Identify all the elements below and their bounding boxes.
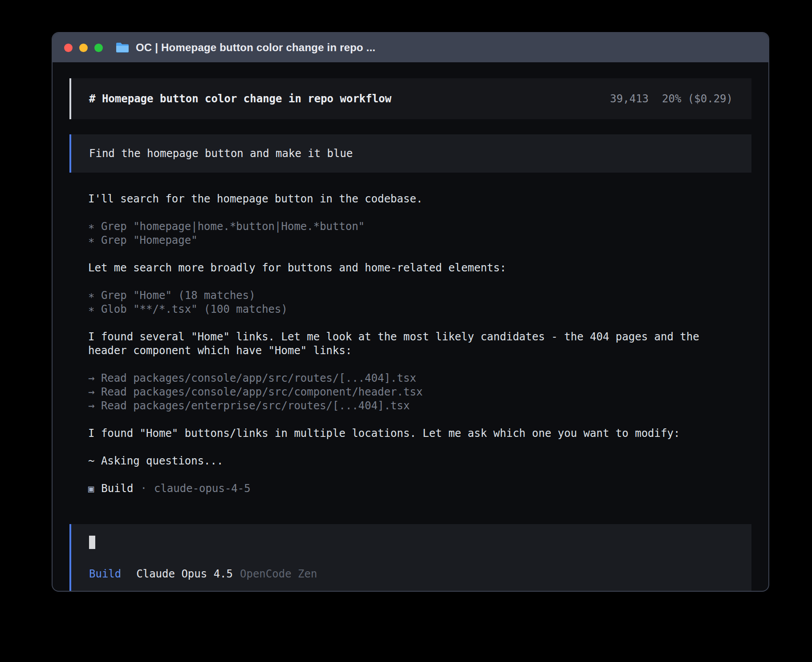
tool-call-line: → Read packages/console/app/src/componen…: [88, 385, 751, 399]
assistant-text-line: I found several "Home" links. Let me loo…: [88, 330, 716, 358]
session-title: # Homepage button color change in repo w…: [89, 92, 391, 106]
tool-call-line: ∗ Grep "homepage|home.*button|Home.*butt…: [88, 220, 751, 234]
folder-icon: [115, 42, 130, 53]
status-text-line: ~ Asking questions...: [88, 454, 751, 468]
input-statusline: Build Claude Opus 4.5 OpenCode Zen: [89, 567, 734, 581]
text-cursor: [89, 536, 95, 549]
session-header: # Homepage button color change in repo w…: [69, 78, 751, 119]
titlebar[interactable]: OC | Homepage button color change in rep…: [53, 33, 768, 62]
conversation: I'll search for the homepage button in t…: [69, 192, 751, 496]
traffic-lights: [64, 44, 103, 52]
token-count: 39,413: [610, 92, 649, 106]
assistant-text-line: I found "Home" buttons/links in multiple…: [88, 427, 751, 440]
agent-icon: ▣: [88, 482, 94, 496]
tool-call-line: ∗ Grep "Homepage": [88, 234, 751, 247]
context-cost: 20% ($0.29): [662, 92, 733, 106]
user-message: Find the homepage button and make it blu…: [69, 134, 751, 173]
input-mode-label[interactable]: Build: [89, 567, 121, 581]
tool-call-line: → Read packages/enterprise/src/routes/[.…: [88, 399, 751, 413]
agent-separator: ·: [141, 482, 147, 496]
agent-name: Build: [101, 482, 133, 496]
tool-call-line: ∗ Glob "**/*.tsx" (100 matches): [88, 303, 751, 316]
close-button[interactable]: [64, 44, 73, 52]
zoom-button[interactable]: [94, 44, 103, 52]
terminal-content: # Homepage button color change in repo w…: [53, 62, 768, 592]
minimize-button[interactable]: [79, 44, 88, 52]
agent-status-line: ▣ Build · claude-opus-4-5: [88, 482, 751, 496]
terminal-window: OC | Homepage button color change in rep…: [52, 32, 769, 592]
session-stats: 39,413 20% ($0.29): [610, 92, 733, 106]
tool-call-line: → Read packages/console/app/src/routes/[…: [88, 371, 751, 385]
prompt-input[interactable]: Build Claude Opus 4.5 OpenCode Zen: [69, 524, 751, 592]
assistant-text-line: Let me search more broadly for buttons a…: [88, 261, 751, 275]
tool-call-line: ∗ Grep "Home" (18 matches): [88, 289, 751, 303]
window-title: OC | Homepage button color change in rep…: [136, 41, 375, 54]
title-group: OC | Homepage button color change in rep…: [115, 41, 375, 54]
user-message-text: Find the homepage button and make it blu…: [89, 147, 353, 161]
assistant-text-line: I'll search for the homepage button in t…: [88, 192, 751, 206]
agent-model: claude-opus-4-5: [154, 482, 251, 496]
input-model-label: Claude Opus 4.5: [136, 567, 233, 581]
input-provider-label: OpenCode Zen: [240, 567, 317, 581]
